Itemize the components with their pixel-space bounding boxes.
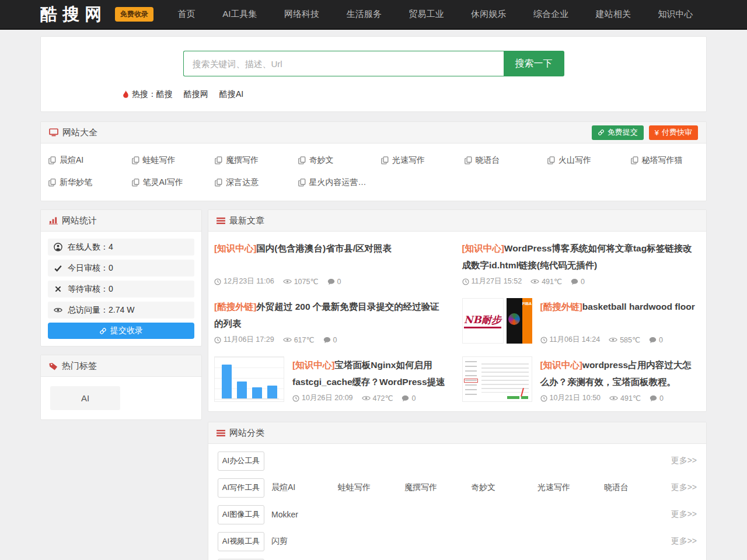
user-icon	[54, 243, 62, 251]
article-item[interactable]: [酷搜外链]外贸超过 200 个最新免费目录提交的经过验证的列表 11月06日 …	[210, 292, 458, 351]
site-link[interactable]: 秘塔写作猫	[623, 149, 707, 172]
site-link[interactable]: 火山写作	[540, 149, 623, 172]
article-comments: 0	[333, 336, 337, 344]
article-date: 11月06日 14:24	[550, 335, 601, 345]
stat-item: 等待审核：0	[48, 281, 194, 298]
category-label[interactable]: AI办公工具	[218, 452, 264, 471]
site-stats-panel: 网站统计 在线人数：4 今日审核：0 等待审核：0 总访问量：2.74 W 提交…	[40, 209, 202, 346]
more-link[interactable]: 更多>>	[671, 456, 697, 466]
clock-icon	[462, 278, 469, 285]
copy-icon	[48, 156, 56, 164]
stat-text: 总访问量：2.74 W	[68, 305, 134, 316]
site-link[interactable]: 蛙蛙写作	[124, 149, 208, 172]
article-views: 491℃	[620, 394, 641, 402]
check-icon	[54, 265, 62, 272]
free-submit-button[interactable]: 免费提交	[592, 125, 644, 140]
site-link-label: 晨煊AI	[60, 155, 83, 166]
article-title: [知识中心]wordpress占用内容过大怎么办？亲测有效，宝塔面板教程。	[540, 356, 696, 390]
article-title: [知识中心]宝塔面板Nginx如何启用fastcgi_cache缓存？WordP…	[292, 356, 448, 390]
hot-search-link[interactable]: 酷搜网	[184, 89, 208, 100]
category-site-link[interactable]: 魔撰写作	[404, 482, 471, 493]
nav-item[interactable]: AI工具集	[222, 9, 257, 20]
tag-chip[interactable]: AI	[50, 386, 120, 410]
site-link-label: 魔撰写作	[226, 155, 259, 166]
category-label[interactable]: AI图像工具	[218, 505, 264, 524]
nav-item[interactable]: 综合企业	[533, 9, 568, 20]
articles-grid: [知识中心]国内(包含港澳台)省市县/区对照表 12月23日 11:06 107…	[208, 232, 706, 411]
latest-articles-panel: 最新文章 [知识中心]国内(包含港澳台)省市县/区对照表 12月23日 11:0…	[208, 209, 707, 412]
article-comments: 0	[337, 278, 341, 286]
article-item[interactable]: NB耐步 FIBA [酷搜外链]basketball hardwood floo…	[458, 292, 706, 351]
category-site-link[interactable]: 晨煊AI	[271, 482, 338, 493]
site-categories-header: 网站分类	[208, 422, 706, 444]
site-link[interactable]: 晓语台	[457, 149, 540, 172]
article-comments: 0	[659, 336, 663, 344]
article-title: [知识中心]WordPress博客系统如何将文章tag标签链接改成数字id.ht…	[462, 240, 696, 274]
copy-icon	[215, 156, 222, 164]
article-item[interactable]: [知识中心]宝塔面板Nginx如何启用fastcgi_cache缓存？WordP…	[210, 351, 458, 409]
hot-search-link[interactable]: 酷搜AI	[219, 89, 243, 100]
hot-search-link[interactable]: 酷搜	[156, 89, 173, 100]
category-label[interactable]: AI视频工具	[218, 532, 264, 551]
monitor-icon	[49, 128, 58, 136]
nav-item[interactable]: 贸易工业	[409, 9, 444, 20]
site-directory-title: 网站大全	[62, 127, 97, 138]
eye-icon	[283, 278, 292, 285]
basketball-thumb: NB耐步 FIBA	[462, 298, 532, 344]
free-listing-badge[interactable]: 免费收录	[115, 7, 153, 22]
submit-listing-button[interactable]: 提交收录	[48, 323, 194, 339]
latest-articles-title: 最新文章	[229, 215, 264, 226]
search-input[interactable]	[183, 51, 504, 76]
nav-item[interactable]: 网络科技	[284, 9, 319, 20]
nav-item[interactable]: 首页	[177, 9, 195, 20]
article-comments: 0	[411, 394, 416, 402]
category-site-link[interactable]: 晓语台	[604, 482, 671, 493]
article-views: 491℃	[542, 277, 562, 286]
more-link[interactable]: 更多>>	[671, 536, 697, 547]
copy-icon	[381, 156, 389, 164]
more-link[interactable]: 更多>>	[671, 509, 697, 520]
search-button[interactable]: 搜索一下	[504, 51, 564, 76]
site-categories-panel: 网站分类 AI办公工具 更多>> AI写作工具 晨煊AI蛙蛙写作魔撰写作奇妙文光…	[208, 422, 707, 560]
nav-item[interactable]: 知识中心	[658, 9, 693, 20]
category-site-link[interactable]: 闪剪	[271, 536, 338, 547]
site-link[interactable]: 奇妙文	[291, 149, 374, 172]
eye-icon	[609, 337, 617, 343]
site-link[interactable]: 光速写作	[374, 149, 457, 172]
site-link[interactable]: 魔撰写作	[207, 149, 291, 172]
site-stats-title: 网站统计	[62, 215, 97, 226]
nav-item[interactable]: 建站相关	[596, 9, 631, 20]
site-link[interactable]: 新华妙笔	[41, 172, 124, 194]
article-item[interactable]: [知识中心]国内(包含港澳台)省市县/区对照表 12月23日 11:06 107…	[210, 234, 458, 292]
article-item[interactable]: [知识中心]wordpress占用内容过大怎么办？亲测有效，宝塔面板教程。 10…	[458, 351, 706, 409]
category-site-link[interactable]: 奇妙文	[471, 482, 537, 493]
comment-icon	[649, 337, 657, 344]
site-link-label: 蛙蛙写作	[143, 155, 176, 166]
copy-icon	[547, 156, 555, 164]
copy-icon	[465, 156, 472, 164]
category-site-link[interactable]: Mokker	[271, 510, 338, 519]
article-date: 10月26日 20:09	[302, 393, 353, 403]
site-link[interactable]: 深言达意	[207, 172, 291, 194]
category-row: AI音频工具 音虫官网 更多>>	[218, 555, 697, 560]
nav-item[interactable]: 生活服务	[347, 9, 382, 20]
comment-icon	[650, 395, 657, 402]
more-link[interactable]: 更多>>	[671, 482, 697, 493]
admin-panel-thumb	[462, 356, 532, 402]
paid-review-button[interactable]: ¥ 付费快审	[649, 125, 698, 140]
category-site-link[interactable]: 光速写作	[537, 482, 604, 493]
site-directory-header: 网站大全 免费提交 ¥ 付费快审	[41, 122, 706, 144]
site-link[interactable]: 星火内容运营…	[291, 172, 374, 194]
thumb-bar	[267, 386, 277, 398]
site-link[interactable]: 晨煊AI	[41, 149, 124, 172]
category-site-link[interactable]: 蛙蛙写作	[338, 482, 404, 493]
article-item[interactable]: [知识中心]WordPress博客系统如何将文章tag标签链接改成数字id.ht…	[458, 234, 706, 292]
site-logo[interactable]: 酷搜网	[40, 3, 107, 26]
category-row: AI视频工具 闪剪 更多>>	[218, 528, 697, 555]
bar-chart-thumb	[214, 356, 284, 402]
category-label[interactable]: AI写作工具	[218, 478, 264, 498]
nav-item[interactable]: 休闲娱乐	[471, 9, 506, 20]
site-link-label: 深言达意	[226, 177, 259, 188]
article-category: [知识中心]	[214, 243, 256, 253]
site-link[interactable]: 笔灵AI写作	[124, 172, 208, 194]
